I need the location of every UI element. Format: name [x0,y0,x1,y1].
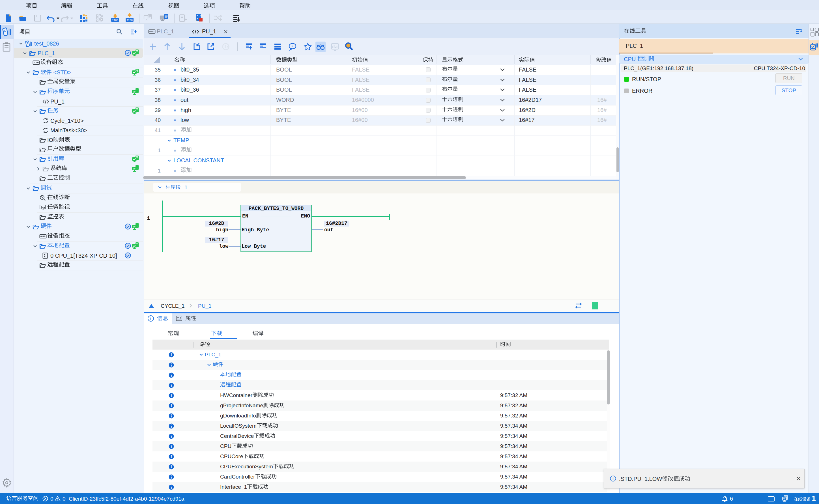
svg-text:10: 10 [200,14,203,17]
svg-text:IIOO: IIOO [126,19,133,22]
svg-text:IIOO: IIOO [112,19,118,22]
